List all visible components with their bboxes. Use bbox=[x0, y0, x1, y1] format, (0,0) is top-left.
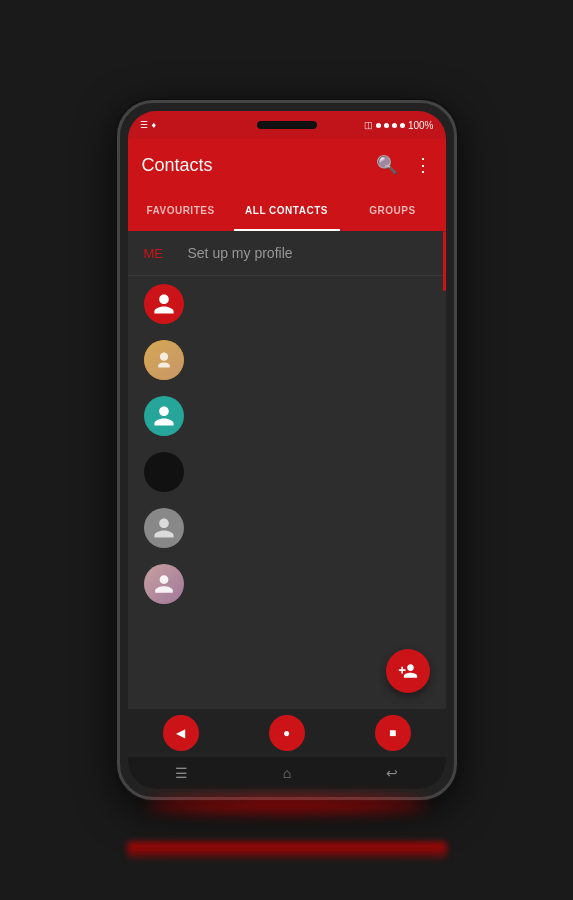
baby-icon bbox=[154, 350, 174, 370]
avatar bbox=[144, 340, 184, 380]
setup-profile-text: Set up my profile bbox=[188, 245, 293, 261]
add-contact-fab[interactable] bbox=[386, 649, 430, 693]
app-bar: Contacts 🔍 ⋮ bbox=[128, 139, 446, 191]
signal-dot-1 bbox=[376, 123, 381, 128]
avatar bbox=[144, 564, 184, 604]
contact-row[interactable] bbox=[128, 444, 446, 500]
sim-icon: ☰ bbox=[140, 120, 148, 130]
avatar bbox=[144, 284, 184, 324]
contacts-list: ME Set up my profile bbox=[128, 231, 446, 709]
battery-level: 100% bbox=[408, 120, 434, 131]
phone-glow bbox=[147, 800, 427, 810]
scroll-indicator bbox=[443, 231, 446, 291]
status-icons-left: ☰ ♦ bbox=[140, 120, 157, 130]
tab-all-contacts[interactable]: ALL CONTACTS bbox=[234, 191, 340, 231]
home-nav-button[interactable]: ● bbox=[269, 715, 305, 751]
add-person-icon bbox=[398, 661, 418, 681]
tab-favourites[interactable]: FAVOURITES bbox=[128, 191, 234, 231]
me-label: ME bbox=[144, 246, 180, 261]
phone-frame: ☰ ♦ 4:35 ◫ 100% Contacts 🔍 ⋮ bbox=[117, 100, 457, 800]
person-icon bbox=[153, 573, 175, 595]
avatar bbox=[144, 508, 184, 548]
menu-sys-icon[interactable]: ☰ bbox=[175, 765, 188, 781]
person-icon bbox=[152, 404, 176, 428]
avatar bbox=[144, 452, 184, 492]
contact-row[interactable] bbox=[128, 556, 446, 612]
me-row[interactable]: ME Set up my profile bbox=[128, 231, 446, 276]
search-icon[interactable]: 🔍 bbox=[376, 154, 398, 176]
signal-dot-3 bbox=[392, 123, 397, 128]
signal-dot-4 bbox=[400, 123, 405, 128]
phone-speaker bbox=[257, 121, 317, 129]
contact-row[interactable] bbox=[128, 276, 446, 332]
svg-point-0 bbox=[159, 353, 167, 361]
home-icon: ● bbox=[283, 726, 290, 740]
contact-row[interactable] bbox=[128, 388, 446, 444]
system-nav: ☰ ⌂ ↩ bbox=[128, 757, 446, 789]
vibrate-icon: ◫ bbox=[364, 120, 373, 130]
navigation-bar: ◀ ● ■ bbox=[128, 709, 446, 757]
signal-dot-2 bbox=[384, 123, 389, 128]
phone-screen: ☰ ♦ 4:35 ◫ 100% Contacts 🔍 ⋮ bbox=[128, 111, 446, 789]
tab-bar: FAVOURITES ALL CONTACTS GROUPS bbox=[128, 191, 446, 231]
person-icon bbox=[152, 292, 176, 316]
app-title: Contacts bbox=[142, 155, 360, 176]
status-icons-right: ◫ 100% bbox=[364, 120, 434, 131]
back-sys-icon[interactable]: ↩ bbox=[386, 765, 398, 781]
more-options-icon[interactable]: ⋮ bbox=[414, 154, 432, 176]
notification-icon: ♦ bbox=[152, 120, 157, 130]
phone-device: ☰ ♦ 4:35 ◫ 100% Contacts 🔍 ⋮ bbox=[117, 100, 457, 800]
recent-nav-button[interactable]: ■ bbox=[375, 715, 411, 751]
person-icon bbox=[152, 516, 176, 540]
contact-row[interactable] bbox=[128, 500, 446, 556]
avatar bbox=[144, 396, 184, 436]
recent-icon: ■ bbox=[389, 726, 396, 740]
page-bottom-glow bbox=[127, 842, 447, 858]
back-nav-button[interactable]: ◀ bbox=[163, 715, 199, 751]
contact-row[interactable] bbox=[128, 332, 446, 388]
tab-groups[interactable]: GROUPS bbox=[340, 191, 446, 231]
home-sys-icon[interactable]: ⌂ bbox=[283, 765, 291, 781]
back-icon: ◀ bbox=[176, 726, 185, 740]
